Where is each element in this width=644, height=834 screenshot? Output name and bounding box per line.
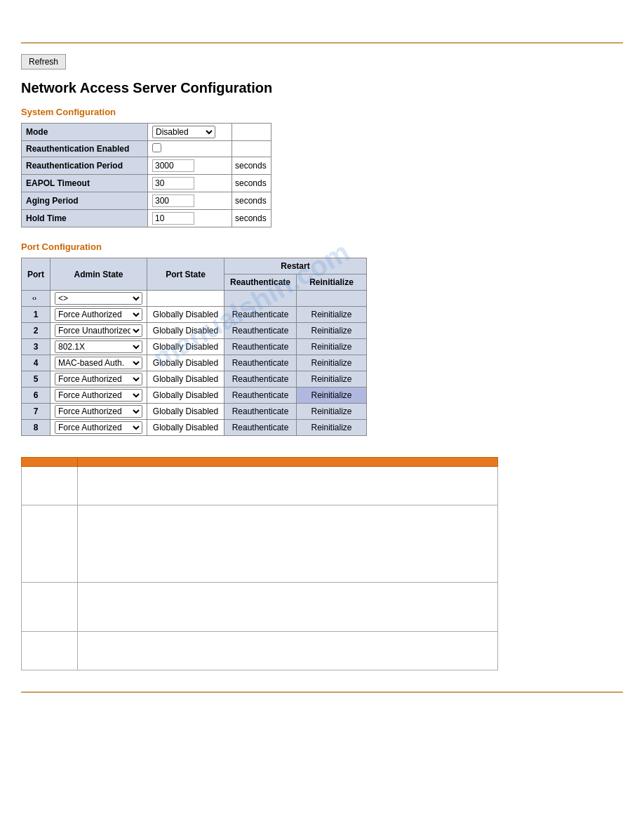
port-all-state [147, 291, 224, 307]
port-5-reauthenticate[interactable]: Reauthenticate [224, 371, 297, 388]
reauth-period-label: Reauthentication Period [22, 157, 148, 175]
port-5-admin[interactable]: Force Authorized Force Unauthorized 802.… [51, 371, 147, 388]
port-all-row: ‹› <> Force Authorized Force Unauthorize… [22, 291, 367, 307]
eapol-timeout-unit: seconds [232, 175, 271, 192]
port-all-reauthenticate [224, 291, 297, 307]
port-6-number: 6 [22, 388, 51, 404]
reauth-enabled-label: Reauthentication Enabled [22, 141, 148, 157]
port-row-7: 7 Force Authorized Force Unauthorized 80… [22, 404, 367, 420]
aging-period-input[interactable] [152, 194, 194, 207]
port-3-admin-select[interactable]: Force Authorized Force Unauthorized 802.… [55, 340, 142, 353]
port-2-admin-select[interactable]: Force Authorized Force Unauthorized 802.… [55, 324, 142, 337]
port-6-reauthenticate[interactable]: Reauthenticate [224, 388, 297, 404]
eapol-timeout-input[interactable] [152, 177, 194, 190]
reauth-period-row: Reauthentication Period seconds [22, 157, 271, 175]
page-title: Network Access Server Configuration [21, 80, 623, 96]
port-5-reinitialize[interactable]: Reinitialize [297, 371, 367, 388]
port-3-admin[interactable]: Force Authorized Force Unauthorized 802.… [51, 339, 147, 355]
port-6-reinitialize[interactable]: Reinitialize [297, 388, 367, 404]
port-4-reauthenticate[interactable]: Reauthenticate [224, 355, 297, 371]
port-3-state: Globally Disabled [147, 339, 224, 355]
reinitialize-header: Reinitialize [297, 274, 367, 291]
bottom-header-col1 [22, 458, 78, 467]
port-8-reauthenticate[interactable]: Reauthenticate [224, 420, 297, 436]
system-config-table: Mode Disabled Enabled Reauthentication E… [21, 123, 271, 227]
aging-period-value[interactable] [148, 192, 232, 210]
port-8-admin[interactable]: Force Authorized Force Unauthorized 802.… [51, 420, 147, 436]
bottom-divider [21, 691, 623, 693]
reauth-period-unit: seconds [232, 157, 271, 175]
port-2-admin[interactable]: Force Authorized Force Unauthorized 802.… [51, 323, 147, 339]
aging-period-label: Aging Period [22, 192, 148, 210]
bottom-header-col2 [78, 458, 498, 467]
hold-time-value[interactable] [148, 210, 232, 227]
port-config-section-title: Port Configuration [21, 241, 623, 252]
port-7-admin[interactable]: Force Authorized Force Unauthorized 802.… [51, 404, 147, 420]
eapol-timeout-row: EAPOL Timeout seconds [22, 175, 271, 192]
port-5-admin-select[interactable]: Force Authorized Force Unauthorized 802.… [55, 373, 142, 385]
hold-time-label: Hold Time [22, 210, 148, 227]
port-4-reinitialize[interactable]: Reinitialize [297, 355, 367, 371]
bottom-row-4-col2 [78, 632, 498, 670]
bottom-row-1-col1 [22, 467, 78, 505]
bottom-row-2 [22, 505, 498, 583]
port-3-reauthenticate[interactable]: Reauthenticate [224, 339, 297, 355]
reauth-enabled-checkbox[interactable] [152, 143, 161, 152]
reauth-enabled-value[interactable] [148, 141, 232, 157]
port-config-table: Port Admin State Port State Restart Reau… [21, 258, 367, 436]
bottom-row-4 [22, 632, 498, 670]
port-7-state: Globally Disabled [147, 404, 224, 420]
bottom-row-2-col1 [22, 505, 78, 583]
eapol-timeout-value[interactable] [148, 175, 232, 192]
port-6-admin-select[interactable]: Force Authorized Force Unauthorized 802.… [55, 389, 142, 402]
reauth-period-value[interactable] [148, 157, 232, 175]
reauth-enabled-unit [232, 141, 271, 157]
restart-header: Restart [224, 258, 367, 274]
port-5-state: Globally Disabled [147, 371, 224, 388]
port-1-admin[interactable]: Force Authorized Force Unauthorized 802.… [51, 307, 147, 323]
port-3-number: 3 [22, 339, 51, 355]
refresh-button[interactable]: Refresh [21, 54, 66, 70]
aging-period-unit: seconds [232, 192, 271, 210]
port-1-reinitialize[interactable]: Reinitialize [297, 307, 367, 323]
port-4-admin-select[interactable]: Force Authorized Force Unauthorized 802.… [55, 357, 142, 369]
port-row-1: 1 Force Authorized Force Unauthorized 80… [22, 307, 367, 323]
hold-time-row: Hold Time seconds [22, 210, 271, 227]
port-row-2: 2 Force Authorized Force Unauthorized 80… [22, 323, 367, 339]
port-7-number: 7 [22, 404, 51, 420]
port-8-admin-select[interactable]: Force Authorized Force Unauthorized 802.… [55, 421, 142, 434]
port-row-5: 5 Force Authorized Force Unauthorized 80… [22, 371, 367, 388]
port-1-admin-select[interactable]: Force Authorized Force Unauthorized 802.… [55, 308, 142, 321]
port-1-reauthenticate[interactable]: Reauthenticate [224, 307, 297, 323]
eapol-timeout-label: EAPOL Timeout [22, 175, 148, 192]
arrow-icon: ‹› [32, 294, 39, 301]
port-2-reinitialize[interactable]: Reinitialize [297, 323, 367, 339]
port-7-reinitialize[interactable]: Reinitialize [297, 404, 367, 420]
port-row-8: 8 Force Authorized Force Unauthorized 80… [22, 420, 367, 436]
mode-value[interactable]: Disabled Enabled [148, 124, 232, 141]
svg-text:‹›: ‹› [32, 295, 36, 301]
system-config-section-title: System Configuration [21, 107, 623, 117]
port-header: Port [22, 258, 51, 291]
main-content: manualshin.com Refresh Network Access Se… [0, 44, 644, 691]
port-8-reinitialize[interactable]: Reinitialize [297, 420, 367, 436]
port-6-admin[interactable]: Force Authorized Force Unauthorized 802.… [51, 388, 147, 404]
port-all-admin-select[interactable]: <> Force Authorized Force Unauthorized 8… [55, 292, 142, 305]
port-7-reauthenticate[interactable]: Reauthenticate [224, 404, 297, 420]
port-1-state: Globally Disabled [147, 307, 224, 323]
hold-time-input[interactable] [152, 212, 194, 225]
bottom-row-1-col2 [78, 467, 498, 505]
port-7-admin-select[interactable]: Force Authorized Force Unauthorized 802.… [55, 405, 142, 418]
port-2-reauthenticate[interactable]: Reauthenticate [224, 323, 297, 339]
port-all-number: ‹› [22, 291, 51, 307]
bottom-row-2-col2 [78, 505, 498, 583]
port-1-number: 1 [22, 307, 51, 323]
port-all-admin[interactable]: <> Force Authorized Force Unauthorized 8… [51, 291, 147, 307]
reauth-period-input[interactable] [152, 159, 194, 172]
bottom-section [21, 457, 623, 670]
port-4-admin[interactable]: Force Authorized Force Unauthorized 802.… [51, 355, 147, 371]
port-3-reinitialize[interactable]: Reinitialize [297, 339, 367, 355]
port-row-4: 4 Force Authorized Force Unauthorized 80… [22, 355, 367, 371]
port-2-number: 2 [22, 323, 51, 339]
mode-select[interactable]: Disabled Enabled [152, 126, 215, 138]
